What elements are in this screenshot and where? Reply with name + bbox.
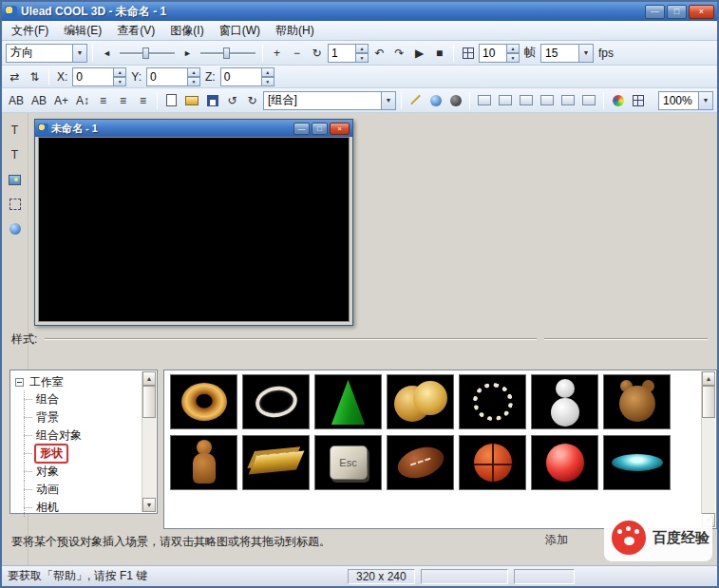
spin-down-icon[interactable]: ▼ — [188, 77, 200, 86]
menu-edit[interactable]: 编辑(E) — [56, 21, 109, 41]
new-file-icon[interactable] — [162, 91, 180, 110]
selection-icon[interactable] — [6, 195, 24, 214]
thumbnail-esc-key[interactable]: Esc — [314, 435, 382, 490]
spin-down-icon[interactable]: ▼ — [507, 53, 520, 63]
slider-thumb[interactable] — [223, 47, 230, 59]
document-window[interactable]: 未命名 - 1 — □ × — [34, 119, 353, 326]
edit-text-icon[interactable]: T — [6, 145, 24, 164]
redo-icon[interactable]: ↻ — [243, 91, 261, 110]
spin-up-icon[interactable]: ▲ — [114, 67, 126, 77]
stop-icon[interactable]: ■ — [430, 44, 448, 63]
undo-icon[interactable]: ↺ — [223, 91, 241, 110]
current-frame-spin[interactable]: 1▲▼ — [328, 44, 369, 63]
collapse-icon[interactable] — [15, 378, 24, 387]
tree-scrollbar[interactable]: ▲ ▼ — [142, 371, 156, 512]
menu-image[interactable]: 图像(I) — [162, 21, 211, 41]
document-minimize-button[interactable]: — — [293, 123, 310, 135]
spin-down-icon[interactable]: ▼ — [356, 53, 369, 63]
film-strip-icon[interactable] — [459, 44, 477, 63]
menu-file[interactable]: 文件(F) — [4, 21, 56, 41]
y-position-spin[interactable]: 0▲▼ — [146, 67, 200, 86]
move-vertical-icon[interactable]: ⇅ — [26, 67, 44, 86]
play-forward-icon[interactable]: ↷ — [390, 44, 408, 63]
panel-toggle-6-icon[interactable] — [579, 91, 598, 110]
align-right-icon[interactable]: ≡ — [134, 91, 152, 110]
thumbnail-cone-tree[interactable] — [314, 374, 382, 429]
thumbnail-gold-coins[interactable] — [387, 374, 454, 429]
scroll-down-icon[interactable]: ▼ — [142, 498, 156, 512]
panel-toggle-1-icon[interactable] — [475, 91, 494, 110]
panel-toggle-3-icon[interactable] — [517, 91, 536, 110]
tree-root-studio[interactable]: 工作室 — [15, 373, 140, 390]
document-close-button[interactable]: × — [330, 123, 350, 135]
y-position-spin-value[interactable]: 0 — [146, 67, 188, 86]
delete-frame-icon[interactable]: − — [288, 44, 306, 63]
play-icon[interactable]: ▶ — [410, 44, 428, 63]
gallery-scrollbar[interactable]: ▲ ▼ — [701, 371, 715, 527]
panel-toggle-4-icon[interactable] — [538, 91, 557, 110]
thumbnail-basketball[interactable] — [459, 435, 526, 490]
total-frames-spin-value[interactable]: 10 — [479, 44, 507, 63]
thumbnail-ufo-disc[interactable] — [603, 435, 671, 490]
object-combo[interactable]: [组合]▼ — [263, 91, 396, 110]
thumbnail-donut[interactable] — [170, 374, 237, 429]
spin-up-icon[interactable]: ▲ — [356, 44, 369, 53]
grid-icon[interactable] — [629, 91, 647, 110]
scroll-up-icon[interactable]: ▲ — [142, 371, 156, 386]
chevron-down-icon[interactable]: ▼ — [381, 92, 395, 109]
chevron-down-icon[interactable]: ▼ — [578, 45, 593, 62]
loop-playback-icon[interactable]: ↻ — [308, 44, 326, 63]
play-backward-icon[interactable]: ↶ — [370, 44, 388, 63]
total-frames-spin[interactable]: 10▲▼ — [479, 44, 520, 63]
x-position-spin-value[interactable]: 0 — [72, 67, 114, 86]
speed-slider[interactable] — [199, 45, 257, 62]
slider-thumb[interactable] — [142, 47, 149, 59]
save-file-icon[interactable] — [203, 91, 221, 110]
vertical-text-icon[interactable]: AB — [28, 91, 49, 110]
scroll-thumb[interactable] — [142, 386, 156, 418]
z-position-spin-value[interactable]: 0 — [220, 67, 262, 86]
tree-item-background[interactable]: 背景 — [19, 408, 140, 427]
step-back-icon[interactable]: ◄ — [98, 44, 116, 63]
document-maximize-button[interactable]: □ — [312, 123, 328, 135]
tree-item-camera[interactable]: 相机 — [19, 499, 140, 517]
menu-help[interactable]: 帮助(H) — [268, 21, 322, 41]
fps-combo[interactable]: 15▼ — [540, 44, 594, 63]
scroll-up-icon[interactable]: ▲ — [702, 371, 715, 386]
add-frame-icon[interactable]: + — [268, 44, 286, 63]
tree-item-object[interactable]: 对象 — [19, 463, 140, 481]
current-frame-spin-value[interactable]: 1 — [328, 44, 356, 63]
panel-toggle-5-icon[interactable] — [558, 91, 577, 110]
spin-up-icon[interactable]: ▲ — [262, 67, 274, 77]
thumbnail-snowman[interactable] — [531, 374, 598, 429]
x-position-spin[interactable]: 0▲▼ — [72, 67, 126, 86]
spin-up-icon[interactable]: ▲ — [188, 67, 200, 77]
kerning-icon[interactable]: A+ — [51, 91, 71, 110]
insert-image-icon[interactable] — [6, 170, 24, 189]
tree-item-composition[interactable]: 组合 — [19, 390, 140, 408]
thumbnail-gold-bar[interactable] — [242, 435, 310, 490]
wireframe-sphere-icon[interactable] — [446, 91, 464, 110]
insert-text-icon[interactable]: T — [6, 121, 24, 140]
tree-item-animation[interactable]: 动画 — [19, 481, 140, 499]
align-center-icon[interactable]: ≡ — [114, 91, 132, 110]
direction-combo[interactable]: 方向▼ — [6, 44, 87, 63]
frame-slider[interactable] — [118, 45, 177, 62]
zoom-combo[interactable]: 100%▼ — [658, 91, 713, 110]
texture-palette-icon[interactable] — [609, 91, 627, 110]
scroll-thumb[interactable] — [702, 386, 715, 418]
eyedropper-icon[interactable] — [407, 91, 425, 110]
horizontal-text-icon[interactable]: AB — [6, 91, 27, 110]
minimize-button[interactable]: — — [645, 5, 665, 19]
thumbnail-teddy-bear[interactable] — [603, 374, 671, 429]
chevron-down-icon[interactable]: ▼ — [698, 92, 712, 109]
align-left-icon[interactable]: ≡ — [94, 91, 112, 110]
spin-down-icon[interactable]: ▼ — [114, 77, 126, 86]
spin-up-icon[interactable]: ▲ — [507, 44, 520, 53]
panel-toggle-2-icon[interactable] — [496, 91, 515, 110]
tree-item-composite-object[interactable]: 组合对象 — [19, 427, 140, 445]
maximize-button[interactable]: □ — [667, 5, 687, 19]
thumbnail-red-ball[interactable] — [531, 435, 598, 490]
menu-view[interactable]: 查看(V) — [109, 21, 162, 41]
render-sphere-icon[interactable] — [426, 91, 445, 110]
